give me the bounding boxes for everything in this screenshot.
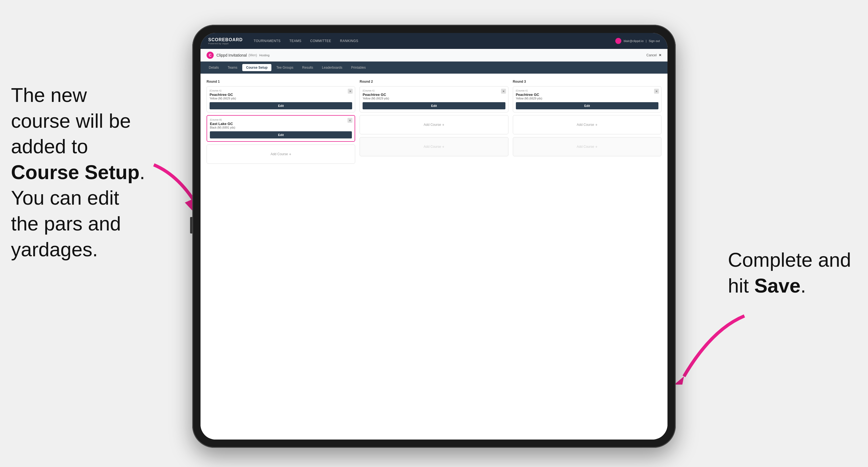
- annotation-line6: the pars and: [11, 213, 121, 235]
- round-1-course-a-tag: (Course A): [210, 89, 352, 92]
- annotation-line2: course will be: [11, 110, 131, 132]
- round-1-course-b-card: ✕ (Course B) East Lake GC Black (M) (689…: [207, 115, 355, 142]
- round-1-label: Round 1: [207, 80, 355, 84]
- round-1-course-a-card: ✕ (Course A) Peachtree GC Yellow (M) (66…: [207, 86, 355, 112]
- nav-committee[interactable]: COMMITTEE: [310, 39, 331, 43]
- round-3-course-a-edit[interactable]: Edit: [516, 102, 658, 109]
- round-2-course-a-name: Peachtree GC: [363, 93, 505, 97]
- tab-results[interactable]: Results: [298, 64, 317, 71]
- nav-rankings[interactable]: RANKINGS: [340, 39, 359, 43]
- tab-details[interactable]: Details: [205, 64, 223, 71]
- round-1-add-course[interactable]: Add Course +: [207, 145, 355, 164]
- annotation-line3: added to: [11, 135, 88, 157]
- scoreboard-logo: SCOREBOARD Powered by clippd: [208, 37, 243, 45]
- annotation-right-line1: Complete and: [728, 249, 851, 271]
- round-2-course-a-detail: Yellow (M) (6629 yds): [363, 97, 505, 100]
- tablet-side-button: [190, 217, 192, 234]
- round-2-course-a-edit[interactable]: Edit: [363, 102, 505, 109]
- nav-tournaments[interactable]: TOURNAMENTS: [254, 39, 281, 43]
- round-2-column: Round 2 ✕ (Course A) Peachtree GC Yellow…: [360, 80, 508, 166]
- tab-leaderboards[interactable]: Leaderboards: [318, 64, 346, 71]
- plus-icon-4: +: [595, 123, 597, 127]
- round-1-course-a-edit[interactable]: Edit: [210, 102, 352, 109]
- round-2-course-a-delete[interactable]: ✕: [501, 89, 506, 94]
- tournament-name: Clippd Invitational: [216, 53, 247, 57]
- tournament-header: C Clippd Invitational (Men) Hosting Canc…: [200, 49, 668, 62]
- annotation-line1: The new: [11, 84, 87, 106]
- round-3-add-course-1[interactable]: Add Course +: [513, 115, 661, 134]
- round-3-course-a-name: Peachtree GC: [516, 93, 658, 97]
- round-2-course-a-card: ✕ (Course A) Peachtree GC Yellow (M) (66…: [360, 86, 508, 112]
- tab-bar: Details Teams Course Setup Tee Groups Re…: [200, 62, 668, 73]
- round-1-course-b-name: East Lake GC: [210, 122, 352, 126]
- nav-teams[interactable]: TEAMS: [289, 39, 302, 43]
- round-3-course-a-card: ✕ (Course A) Peachtree GC Yellow (M) (66…: [513, 86, 661, 112]
- main-content: Round 1 ✕ (Course A) Peachtree GC Yellow…: [200, 73, 668, 439]
- round-3-add-course-2: Add Course +: [513, 137, 661, 156]
- round-1-course-a-name: Peachtree GC: [210, 93, 352, 97]
- round-1-course-a-delete[interactable]: ✕: [348, 89, 353, 94]
- annotation-left: The new course will be added to Course S…: [11, 83, 170, 262]
- arrow-right: [673, 308, 750, 384]
- cancel-button[interactable]: Cancel ✕: [646, 53, 661, 57]
- top-nav: SCOREBOARD Powered by clippd TOURNAMENTS…: [200, 33, 668, 49]
- tablet-screen: SCOREBOARD Powered by clippd TOURNAMENTS…: [200, 33, 668, 439]
- round-1-course-a-detail: Yellow (M) (6629 yds): [210, 97, 352, 100]
- round-2-add-course-2: Add Course +: [360, 137, 508, 156]
- plus-icon: +: [289, 152, 291, 156]
- nav-separator: |: [646, 39, 647, 42]
- annotation-line5: You can edit: [11, 187, 119, 209]
- round-3-label: Round 3: [513, 80, 661, 84]
- round-1-course-b-tag: (Course B): [210, 118, 352, 121]
- sign-out-link[interactable]: Sign out: [649, 39, 660, 42]
- avatar: [615, 38, 621, 44]
- logo-main: SCOREBOARD: [208, 37, 243, 42]
- round-3-column: Round 3 ✕ (Course A) Peachtree GC Yellow…: [513, 80, 661, 166]
- tablet-frame: SCOREBOARD Powered by clippd TOURNAMENTS…: [192, 25, 676, 448]
- user-email: blair@clippd.io: [623, 39, 643, 42]
- tab-teams[interactable]: Teams: [224, 64, 241, 71]
- annotation-right: Complete and hit Save.: [728, 247, 860, 299]
- round-1-column: Round 1 ✕ (Course A) Peachtree GC Yellow…: [207, 80, 355, 166]
- round-2-label: Round 2: [360, 80, 508, 84]
- annotation-bold: Course Setup: [11, 161, 140, 183]
- annotation-line7: yardages.: [11, 239, 98, 260]
- round-2-course-a-tag: (Course A): [363, 89, 505, 92]
- round-3-course-a-detail: Yellow (M) (6629 yds): [516, 97, 658, 100]
- tab-course-setup[interactable]: Course Setup: [242, 64, 271, 71]
- round-3-course-a-tag: (Course A): [516, 89, 658, 92]
- rounds-grid: Round 1 ✕ (Course A) Peachtree GC Yellow…: [207, 80, 661, 166]
- round-1-course-b-delete[interactable]: ✕: [347, 118, 352, 123]
- logo-sub: Powered by clippd: [208, 42, 243, 45]
- round-1-course-b-detail: Black (M) (6891 yds): [210, 126, 352, 129]
- tournament-gender: (Men): [249, 53, 257, 57]
- nav-right: blair@clippd.io | Sign out: [615, 38, 660, 44]
- round-2-add-course-1[interactable]: Add Course +: [360, 115, 508, 134]
- tournament-logo: C: [207, 52, 214, 59]
- annotation-right-line2: hit Save.: [728, 275, 806, 297]
- tournament-status: Hosting: [259, 54, 270, 57]
- plus-icon-5: +: [595, 145, 597, 149]
- round-3-course-a-delete[interactable]: ✕: [654, 89, 659, 94]
- round-1-course-b-edit[interactable]: Edit: [210, 131, 352, 138]
- plus-icon-3: +: [442, 145, 444, 149]
- tab-printables[interactable]: Printables: [347, 64, 369, 71]
- plus-icon-2: +: [442, 123, 444, 127]
- tab-tee-groups[interactable]: Tee Groups: [273, 64, 297, 71]
